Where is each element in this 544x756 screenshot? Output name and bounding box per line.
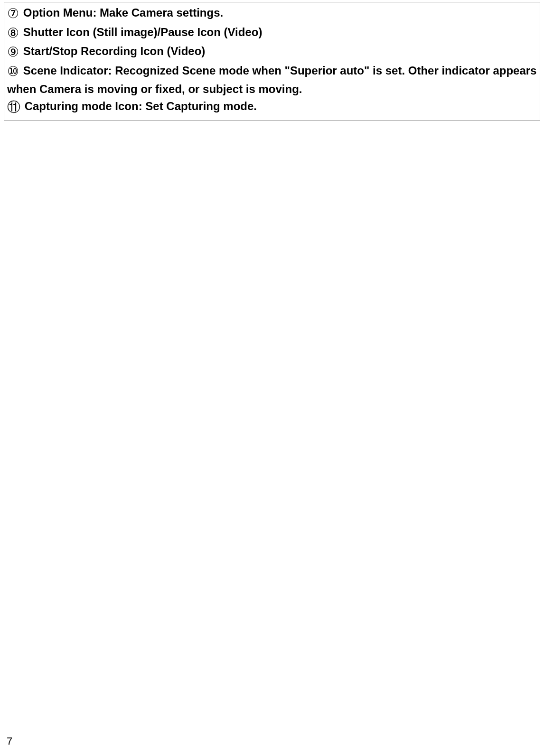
list-item: ⑪ Capturing mode Icon: Set Capturing mod… bbox=[7, 98, 537, 117]
circled-number-icon: ⑨ bbox=[7, 43, 19, 62]
item-text: Shutter Icon (Still image)/Pause Icon (V… bbox=[23, 26, 263, 38]
circled-number-icon: ⑦ bbox=[7, 4, 19, 24]
list-item: ⑨ Start/Stop Recording Icon (Video) bbox=[7, 43, 537, 62]
circled-number-icon: ⑪ bbox=[7, 98, 20, 117]
content-box: ⑦ Option Menu: Make Camera settings. ⑧ S… bbox=[4, 2, 540, 121]
page-number: 7 bbox=[7, 735, 12, 747]
item-text: Capturing mode Icon: Set Capturing mode. bbox=[25, 100, 257, 112]
item-text: Option Menu: Make Camera settings. bbox=[23, 6, 223, 19]
list-item: ⑧ Shutter Icon (Still image)/Pause Icon … bbox=[7, 24, 537, 43]
list-item: ⑦ Option Menu: Make Camera settings. bbox=[7, 4, 537, 24]
item-text: Scene Indicator: Recognized Scene mode w… bbox=[7, 64, 536, 96]
list-item: ⑩ Scene Indicator: Recognized Scene mode… bbox=[7, 62, 537, 98]
circled-number-icon: ⑧ bbox=[7, 24, 19, 43]
item-text: Start/Stop Recording Icon (Video) bbox=[23, 45, 206, 57]
circled-number-icon: ⑩ bbox=[7, 62, 19, 82]
